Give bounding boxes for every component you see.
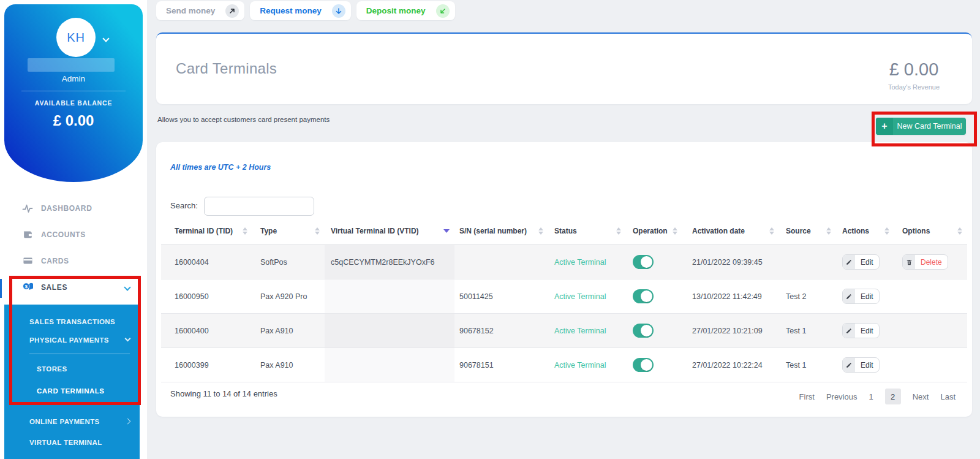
arrow-down-icon [332,4,345,18]
table-row: 16000399 Pax A910 90678151 Active Termin… [161,348,967,382]
sort-icon [884,227,889,235]
terminals-table-card: All times are UTC + 2 Hours Search: Term… [156,142,972,417]
pencil-icon [843,358,855,372]
deposit-money-button[interactable]: Deposit money [356,1,455,20]
user-name-redacted [28,58,115,72]
pagination-previous[interactable]: Previous [826,392,858,401]
operation-toggle[interactable] [633,289,654,303]
todays-revenue: £ 0.00 Today's Revenue [874,59,954,91]
annotation-rectangle-new-terminal [872,112,977,146]
send-money-button[interactable]: Send money [156,1,244,20]
arrow-down-left-icon [436,4,450,18]
status-active: Active Terminal [548,245,626,279]
table-header-row: Terminal ID (TID) Type Virtual Terminal … [161,218,967,245]
user-role: Admin [4,74,143,83]
sidebar-item-online-payments[interactable]: ONLINE PAYMENTS [4,417,140,427]
column-header-options[interactable]: Options [894,218,967,245]
request-money-button[interactable]: Request money [250,1,351,20]
sidebar: KH Admin AVAILABLE BALANCE £ 0.00 DASHBO… [0,0,147,459]
table-summary: Showing 11 to 14 of 14 entries [170,389,277,398]
delete-button[interactable]: Delete [902,254,948,270]
search-label: Search: [170,201,198,210]
activity-icon [22,203,33,214]
page-header-card: Card Terminals £ 0.00 Today's Revenue [156,32,972,104]
revenue-label: Today's Revenue [874,83,954,91]
pagination-first[interactable]: First [799,392,815,401]
column-header-type[interactable]: Type [252,218,325,245]
wallet-icon [22,229,33,240]
sidebar-item-dashboard[interactable]: DASHBOARD [0,195,147,221]
arrow-up-right-icon [225,4,239,18]
sort-desc-icon [443,229,450,233]
operation-toggle[interactable] [633,324,654,338]
column-header-activation-date[interactable]: Activation date [680,218,779,245]
column-header-tid[interactable]: Terminal ID (TID) [161,218,252,245]
column-header-source[interactable]: Source [779,218,836,245]
pagination-page-2[interactable]: 2 [885,389,901,404]
balance-value: £ 0.00 [4,112,143,129]
annotation-rectangle-sales [9,276,141,405]
pencil-icon [843,289,855,303]
operation-toggle[interactable] [633,255,654,269]
divider [21,91,126,91]
column-header-vtid[interactable]: Virtual Terminal ID (VTID) [325,218,454,245]
balance-label: AVAILABLE BALANCE [4,99,143,107]
column-header-status[interactable]: Status [548,218,626,245]
sidebar-item-cards[interactable]: CARDS [0,248,147,274]
search-input[interactable] [204,197,314,216]
sort-icon [826,227,831,235]
sort-icon [616,227,621,235]
sidebar-item-accounts[interactable]: ACCOUNTS [0,221,147,248]
edit-button[interactable]: Edit [842,254,880,270]
chevron-right-icon [125,419,131,425]
column-header-operation[interactable]: Operation [626,218,680,245]
sort-icon [243,227,247,235]
edit-button[interactable]: Edit [842,289,880,304]
edit-button[interactable]: Edit [842,357,880,373]
avatar[interactable]: KH [56,18,96,57]
terminals-table: Terminal ID (TID) Type Virtual Terminal … [161,218,967,382]
main-content: Send money Request money Deposit money C… [147,0,980,459]
edit-button[interactable]: Edit [842,323,880,338]
sort-icon [957,227,962,235]
status-active: Active Terminal [548,279,626,313]
table-row: 16000400 Pax A910 90678152 Active Termin… [161,314,967,348]
revenue-amount: £ 0.00 [874,59,954,79]
sort-icon [673,227,677,235]
pencil-icon [843,255,855,269]
table-row: 16000950 Pax A920 Pro 50011425 Active Te… [161,279,967,314]
profile-chevron-down-icon[interactable] [104,32,111,40]
column-header-actions[interactable]: Actions [836,218,894,245]
trash-icon [903,255,915,269]
status-active: Active Terminal [548,314,626,347]
sort-icon [315,227,320,235]
sort-icon [769,227,774,235]
table-row: 16000404 SoftPos c5qCECYMTM2r8EEkJYOxF6 … [161,245,967,279]
credit-card-icon [22,256,33,267]
pencil-icon [843,324,855,338]
page-description: Allows you to accept customers card pres… [157,116,330,123]
pagination: First Previous 1 2 Next Last [799,389,956,404]
page: KH Admin AVAILABLE BALANCE £ 0.00 DASHBO… [0,0,980,459]
sidebar-item-virtual-terminal[interactable]: VIRTUAL TERMINAL [4,438,140,447]
status-active: Active Terminal [548,348,626,382]
pagination-page-1[interactable]: 1 [869,392,873,401]
page-title: Card Terminals [176,34,277,104]
pagination-next[interactable]: Next [913,392,929,401]
active-menu-indicator [0,279,2,298]
sort-icon [538,227,543,235]
operation-toggle[interactable] [633,358,654,372]
sidebar-profile-panel: KH Admin AVAILABLE BALANCE £ 0.00 [4,4,143,182]
pagination-last[interactable]: Last [940,392,956,401]
utc-note: All times are UTC + 2 Hours [170,163,271,172]
quick-actions: Send money Request money Deposit money [156,1,455,20]
column-header-sn[interactable]: S/N (serial number) [454,218,548,245]
